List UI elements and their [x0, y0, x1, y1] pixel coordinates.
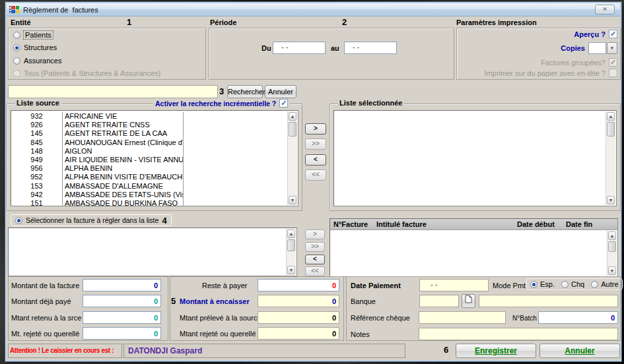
incremental-search-checkbox[interactable]: [279, 99, 288, 107]
bank-code-field[interactable]: [419, 295, 459, 307]
move-all-right-button[interactable]: >>: [305, 138, 326, 150]
copies-option[interactable]: Copies: [561, 42, 617, 54]
invoice-amount-field[interactable]: 0: [83, 279, 161, 291]
invoice-move-all-right-button[interactable]: >>: [305, 242, 325, 252]
radio-patients[interactable]: Patients: [13, 31, 53, 39]
period-to-field[interactable]: - -: [344, 42, 397, 54]
batch-field[interactable]: 0: [538, 311, 618, 324]
close-button[interactable]: ✕: [595, 5, 615, 15]
invoice-move-right-button[interactable]: >: [305, 229, 325, 239]
title-bar[interactable]: Règlement de factures ✕: [7, 3, 620, 16]
radio-tous-label: Tous (Patients & Structures & Assurances…: [24, 69, 160, 77]
rejected-disputed-center-field[interactable]: 0: [258, 327, 339, 340]
scroll-up-icon[interactable]: [289, 112, 296, 121]
invoice-move-left-button[interactable]: <: [305, 255, 325, 264]
to-collect-field[interactable]: 0: [258, 295, 339, 307]
list-item[interactable]: 145AGENT RETRAITE DE LA CAA: [11, 129, 287, 138]
invoice-select-radio-icon: [15, 217, 22, 224]
remaining-field[interactable]: 0: [258, 279, 339, 291]
dropdown-arrow-icon[interactable]: [607, 42, 617, 54]
list-item[interactable]: 932AFRICAINE VIE: [11, 112, 287, 121]
search-cancel-button[interactable]: Annuler: [265, 85, 296, 98]
scroll-up-icon[interactable]: [607, 112, 615, 121]
move-all-left-button[interactable]: <<: [305, 169, 326, 181]
list-item[interactable]: 926AGENT RETRAITE CNSS: [11, 121, 287, 129]
invoice-amount-label: Montant de la facture: [11, 280, 79, 291]
cashier-warning-label: Attention ! Le caissier en cours est :: [10, 347, 114, 354]
list-item[interactable]: 956ALPHA BENIN: [11, 164, 287, 173]
payment-panel: Date Paiement - - Mode Pmt Esp. Chq Autr…: [346, 276, 621, 341]
save-button[interactable]: Enregistrer: [456, 344, 536, 358]
payment-mode-label: Mode Pmt: [493, 280, 526, 291]
move-left-button[interactable]: <: [305, 154, 326, 166]
notes-field[interactable]: [419, 328, 618, 340]
rejected-disputed-left-field[interactable]: 0: [83, 327, 161, 340]
invoice-candidate-scrollbar[interactable]: [286, 229, 296, 275]
cheque-ref-field[interactable]: [419, 311, 506, 324]
deducted-source-field[interactable]: 0: [258, 311, 339, 324]
bank-lookup-button[interactable]: [462, 294, 475, 308]
already-paid-field[interactable]: 0: [83, 295, 161, 307]
list-item[interactable]: 845AHOUANOUGAN Ernest (Clinique d'akpak: [11, 138, 287, 147]
invoice-table-scrollbar[interactable]: [607, 231, 617, 276]
radio-assurances-icon: [13, 57, 20, 65]
incremental-search-option[interactable]: Activer la recherche incrémentielle ?: [153, 99, 290, 107]
incremental-search-label: Activer la recherche incrémentielle ?: [155, 100, 276, 107]
list-item[interactable]: 151AMBASSADE DU BURKINA FASO: [11, 199, 287, 206]
list-item-id: 952: [11, 173, 63, 181]
selected-list[interactable]: [333, 110, 617, 206]
list-item[interactable]: 153AMBASSADE D'ALLEMAGNE: [11, 182, 287, 191]
search-button[interactable]: Rechercher: [227, 85, 263, 98]
invoice-move-all-left-button[interactable]: <<: [305, 266, 325, 276]
copies-value[interactable]: [588, 42, 606, 54]
scroll-down-icon[interactable]: [607, 196, 615, 204]
list-item-name: AMBASSADE DES ETATS-UNIS (Visite A: [63, 191, 184, 199]
list-item[interactable]: 148AIGLON: [11, 147, 287, 156]
list-item[interactable]: 949AIR LIQUIDE BENIN - VISITE ANNUELLE: [11, 156, 287, 164]
scroll-up-icon[interactable]: [608, 231, 616, 240]
scroll-thumb[interactable]: [607, 122, 615, 136]
withheld-source-field[interactable]: 0: [83, 311, 161, 324]
period-from-field[interactable]: - -: [273, 42, 326, 54]
invoice-select-radio[interactable]: Sélectionner la facture à régler dans la…: [11, 214, 172, 226]
radio-structures-label: Structures: [24, 44, 57, 51]
list-item[interactable]: 952ALPHA BENIN VISITE D'EMBAUCHE: [11, 173, 287, 181]
cancel-button[interactable]: Annuler: [539, 344, 620, 358]
reglement-factures-window: Règlement de factures ✕ Entité 1 Période…: [5, 2, 621, 361]
entity-groupbox: Patients Structures Assurances Tous (Pat…: [8, 28, 206, 80]
scroll-down-icon[interactable]: [289, 196, 296, 204]
scroll-down-icon[interactable]: [608, 266, 616, 275]
source-list[interactable]: 932AFRICAINE VIE926AGENT RETRAITE CNSS14…: [11, 110, 298, 206]
scroll-thumb[interactable]: [289, 122, 296, 136]
mode-chq-radio[interactable]: [561, 281, 569, 288]
invoice-table[interactable]: N°Facture Intitulé facture Date début Da…: [329, 218, 618, 277]
letterhead-checkbox[interactable]: [609, 69, 617, 77]
scroll-up-icon[interactable]: [287, 229, 295, 238]
preview-option[interactable]: Aperçu ?: [574, 30, 617, 38]
radio-structures[interactable]: Structures: [13, 44, 57, 51]
list-item-name: AMBASSADE D'ALLEMAGNE: [63, 182, 184, 191]
list-item-spacer: [184, 147, 287, 156]
mode-autre-radio[interactable]: [591, 281, 598, 288]
scroll-down-icon[interactable]: [287, 266, 295, 274]
list-item-id: 956: [11, 164, 63, 173]
step-number-4: 4: [162, 216, 166, 226]
radio-assurances[interactable]: Assurances: [13, 57, 61, 65]
scroll-thumb[interactable]: [287, 239, 295, 251]
copies-dropdown[interactable]: [588, 42, 617, 54]
print-params-groupbox: Aperçu ? Copies Factures groupées? Impri…: [456, 28, 621, 80]
source-list-scrollbar[interactable]: [287, 111, 297, 205]
mode-esp-radio[interactable]: [530, 281, 537, 288]
preview-checkbox[interactable]: [609, 30, 617, 38]
cancel-button-label: Annuler: [565, 346, 594, 355]
list-item-name: AMBASSADE DU BURKINA FASO: [63, 199, 184, 206]
bank-name-field[interactable]: [479, 295, 618, 307]
search-input[interactable]: [8, 85, 218, 98]
move-right-button[interactable]: >: [305, 123, 326, 135]
invoice-candidate-list[interactable]: [8, 228, 297, 276]
list-item[interactable]: 942AMBASSADE DES ETATS-UNIS (Visite A: [11, 191, 287, 199]
payment-date-field[interactable]: - -: [419, 279, 489, 291]
step-number-3: 3: [219, 86, 224, 96]
scroll-thumb[interactable]: [608, 241, 616, 252]
selected-list-scrollbar[interactable]: [606, 111, 615, 205]
